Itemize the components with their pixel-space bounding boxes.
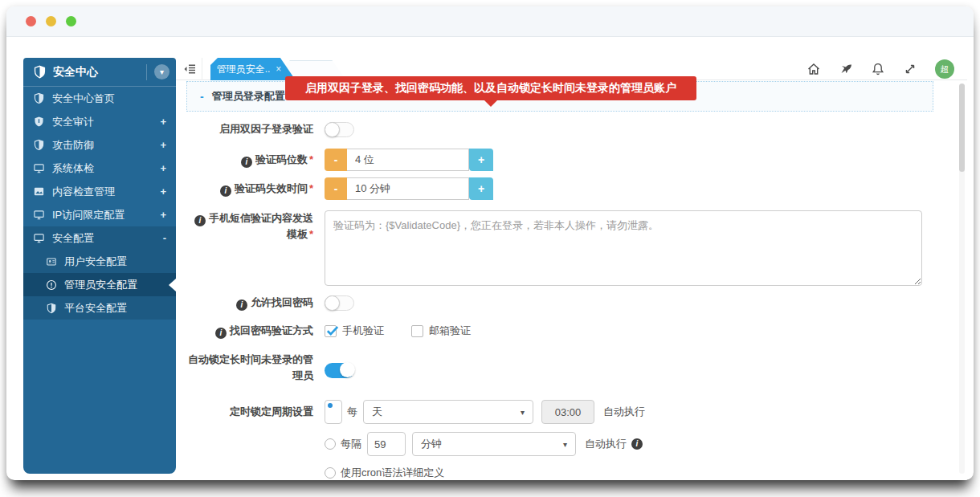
unit-select[interactable]: 天 ▾ [363,400,533,424]
daily-radio[interactable] [325,400,342,424]
fullscreen-icon[interactable] [903,62,917,76]
form-row-code-digits: i验证码位数* - + [186,149,493,171]
info-icon[interactable]: i [220,185,231,197]
app-window: 安全中心 ▾ 安全中心首页 安全审计 + 攻击防御 + [6,6,974,480]
sidebar-item-user-security-config[interactable]: 用户安全配置 [23,250,176,273]
form-row-auto-lock: 自动锁定长时间未登录的管理员 [186,352,354,384]
sidebar-item-label: 攻击防御 [52,138,94,153]
sidebar-item-label: 管理员安全配置 [64,278,137,292]
tab-admin-security[interactable]: 管理员安全.. × [210,58,296,80]
increment-button[interactable]: + [469,149,493,171]
two-factor-toggle[interactable] [325,122,354,137]
bell-icon[interactable] [871,62,885,76]
form-row-lock-schedule-daily: 定时锁定周期设置 每 天 ▾ 自动执行 [186,400,645,424]
form-row-allow-recovery: i允许找回密码 [186,295,354,311]
code-digits-stepper: - + [325,149,493,171]
sidebar-item-content-inspection[interactable]: 内容检查管理 + [23,180,176,203]
home-icon[interactable] [806,62,821,76]
close-tab-icon[interactable]: × [276,63,281,75]
sidebar-item-label: 安全中心首页 [52,92,115,106]
minimize-window-button[interactable] [46,16,56,26]
sidebar-item-label: 安全配置 [52,231,94,246]
form-row-two-factor: 启用双因子登录验证 [186,121,354,137]
interval-unit-select[interactable]: 分钟 ▾ [412,432,576,456]
sidebar-item-attack-defense[interactable]: 攻击防御 + [23,133,176,157]
auto-exec-text: 自动执行 [585,437,627,451]
sidebar-group-security-config: 安全配置 - 用户安全配置 管理员安全配置 平台安全配置 [23,226,176,320]
sidebar-item-admin-security-config[interactable]: 管理员安全配置 [23,273,176,296]
section-title: 管理员登录配置 [212,89,285,104]
code-expiry-input[interactable] [347,177,469,200]
expand-plus-icon: + [160,185,166,198]
auto-lock-toggle[interactable] [325,363,354,378]
select-value: 天 [372,405,382,419]
main-panel: 管理员安全.. × 超 启用双因子登录、找回密码功能、以及自动锁定长时间 [176,58,967,480]
sidebar-item-label: IP访问限定配置 [52,208,125,222]
sidebar-item-platform-security-config[interactable]: 平台安全配置 [23,296,176,320]
sidebar: 安全中心 ▾ 安全中心首页 安全审计 + 攻击防御 + [23,58,176,474]
tab-label: 管理员安全.. [217,63,271,76]
interval-radio[interactable] [325,438,336,450]
cron-radio[interactable] [325,467,336,479]
monitor-icon [33,162,45,174]
allow-recovery-toggle[interactable] [325,295,354,311]
shield-icon [33,92,45,104]
required-asterisk: * [309,228,313,240]
sidebar-item-security-audit[interactable]: 安全审计 + [23,110,176,133]
sidebar-title: 安全中心 [53,65,98,79]
checkbox-label: 邮箱验证 [429,324,471,338]
field-label: i手机短信验证内容发送模板* [186,210,325,242]
increment-button[interactable]: + [469,177,493,200]
close-window-button[interactable] [26,16,36,26]
collapse-minus-icon[interactable]: - [200,90,204,103]
info-icon[interactable]: i [241,157,252,168]
form-row-sms-template: i手机短信验证内容发送模板* 验证码为：{$ValidateCode}，您正在登… [186,210,922,286]
monitor-icon [33,232,45,244]
id-card-icon [46,256,57,267]
zoom-window-button[interactable] [66,16,76,26]
sidebar-item-system-check[interactable]: 系统体检 + [23,157,176,180]
expand-plus-icon: + [160,139,166,151]
sidebar-header: 安全中心 ▾ [23,58,176,87]
email-verify-checkbox[interactable] [411,325,423,337]
interval-value-input[interactable] [367,432,406,456]
expand-plus-icon: + [160,162,166,174]
phone-verify-checkbox[interactable] [325,325,337,337]
sms-template-textarea[interactable]: 验证码为：{$ValidateCode}，您正在登录，若非本人操作，请勿泄露。 [325,210,922,286]
email-verify-option: 邮箱验证 [411,324,471,338]
toggle-knob [325,122,340,137]
collapse-menu-icon[interactable] [183,63,197,75]
decrement-button[interactable]: - [325,177,347,200]
tooltip-text: 启用双因子登录、找回密码功能、以及自动锁定长时间未登录的管理员账户 [305,81,676,96]
avatar[interactable]: 超 [935,59,954,79]
field-label: i允许找回密码 [186,295,325,311]
sidebar-item-security-home[interactable]: 安全中心首页 [23,87,176,110]
form-row-lock-schedule-interval: 每隔 分钟 ▾ 自动执行 i [186,432,643,456]
form-row-recovery-methods: i找回密码验证方式 手机验证 邮箱验证 [186,323,498,339]
code-expiry-stepper: - + [325,177,493,200]
bird-icon[interactable] [839,62,853,76]
form-row-lock-schedule-cron: 使用cron语法详细定义 [186,466,444,480]
info-icon[interactable]: i [236,299,247,311]
scrollbar-thumb[interactable] [959,84,965,172]
info-icon[interactable]: i [194,215,206,226]
info-icon[interactable]: i [215,328,227,339]
field-label: 定时锁定周期设置 [186,404,325,420]
sidebar-item-label: 平台安全配置 [64,301,127,316]
select-value: 分钟 [421,437,442,451]
form-row-code-expiry: i验证码失效时间* - + [186,177,493,200]
shield-icon [46,303,57,314]
code-digits-input[interactable] [347,149,469,171]
sidebar-item-ip-access[interactable]: IP访问限定配置 + [23,203,176,226]
decrement-button[interactable]: - [325,149,347,171]
info-icon[interactable]: i [631,438,643,450]
window-titlebar [6,6,974,37]
sidebar-item-security-config[interactable]: 安全配置 - [23,226,176,250]
time-input [541,400,594,424]
alert-circle-icon [46,279,57,291]
chevron-down-icon[interactable]: ▾ [154,64,169,79]
checkbox-label: 手机验证 [342,324,384,338]
scrollbar-track[interactable] [959,84,965,474]
field-label: i找回密码验证方式 [186,323,325,339]
divider [202,58,202,80]
